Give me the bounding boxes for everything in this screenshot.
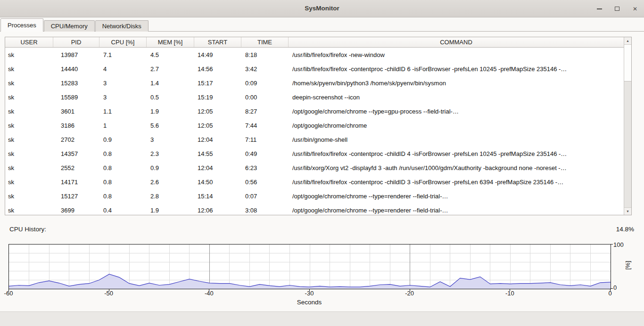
table-row[interactable]: sk1558930.515:190:00deepin-screenshot --…	[5, 90, 624, 104]
cell-pid: 3699	[53, 207, 99, 214]
maximize-button[interactable]	[614, 6, 620, 12]
table-row[interactable]: sk27020.9312:047:11/usr/bin/gnome-shell	[5, 132, 624, 147]
scrollbar-handle[interactable]	[624, 45, 631, 82]
table-row[interactable]: sk139877.14.514:498:18/usr/lib/firefox/f…	[5, 48, 624, 62]
cell-user: sk	[5, 136, 53, 143]
minimize-button[interactable]	[596, 6, 603, 12]
cell-user: sk	[5, 193, 53, 200]
y-axis-min-label: 0	[613, 284, 617, 291]
table-row[interactable]: sk141710.82.614:500:56/usr/lib/firefox/f…	[5, 175, 624, 189]
cell-command: /usr/lib/firefox/firefox -new-window	[289, 51, 624, 58]
close-button[interactable]: ✕	[632, 6, 638, 12]
column-header-cpu[interactable]: CPU [%]	[99, 37, 147, 47]
cell-cpu: 3	[99, 80, 147, 87]
cell-mem: 2.6	[147, 179, 194, 186]
cell-start: 15:17	[194, 80, 241, 87]
cell-user: sk	[5, 80, 53, 87]
cell-time: 0:07	[241, 193, 289, 200]
cell-cpu: 7.1	[99, 51, 147, 58]
column-header-pid[interactable]: PID	[53, 37, 99, 47]
cpu-history-plot	[8, 244, 611, 289]
cell-start: 12:04	[194, 164, 241, 171]
table-row[interactable]: sk143570.82.314:550:49/usr/lib/firefox/f…	[5, 147, 624, 161]
cell-cpu: 0.4	[99, 207, 147, 214]
column-header-start[interactable]: START	[194, 37, 241, 47]
table-row[interactable]: sk36011.11.912:058:27/opt/google/chrome/…	[5, 104, 624, 118]
tab-bar: Processes CPU/Memory Network/Disks	[0, 18, 149, 32]
tab-processes[interactable]: Processes	[0, 18, 43, 32]
cell-time: 8:27	[241, 108, 289, 115]
titlebar: SysMonitor ✕	[0, 0, 644, 17]
cell-command: /usr/lib/firefox/firefox -contentproc -c…	[289, 150, 624, 157]
cell-pid: 2702	[53, 136, 99, 143]
x-tick-label: -20	[401, 290, 418, 297]
cpu-history-chart	[9, 244, 611, 289]
cell-user: sk	[5, 179, 53, 186]
cell-mem: 2.7	[147, 65, 194, 73]
cell-cpu: 0.8	[99, 179, 147, 186]
cell-command: /home/sk/pyenv/bin/python3 /home/sk/pyen…	[289, 80, 624, 87]
cell-cpu: 0.8	[99, 164, 147, 171]
x-tick-label: -40	[200, 290, 217, 297]
table-row[interactable]: sk1528331.415:170:09/home/sk/pyenv/bin/p…	[5, 76, 624, 90]
column-header-command[interactable]: COMMAND	[289, 37, 624, 47]
column-header-mem[interactable]: MEM [%]	[147, 37, 194, 47]
cell-mem: 0.5	[147, 94, 194, 101]
cell-time: 8:18	[241, 51, 289, 58]
close-icon: ✕	[633, 6, 637, 12]
cell-pid: 14440	[53, 65, 99, 73]
cell-mem: 1.9	[147, 108, 194, 115]
scroll-down-button[interactable]: ▼	[624, 207, 631, 215]
cell-cpu: 1	[99, 122, 147, 129]
cell-time: 3:08	[241, 207, 289, 214]
cell-time: 0:00	[241, 94, 289, 101]
cell-mem: 1.4	[147, 80, 194, 87]
cell-time: 7:44	[241, 122, 289, 129]
cell-start: 14:49	[194, 51, 241, 58]
cell-user: sk	[5, 94, 53, 101]
tab-cpu-memory[interactable]: CPU/Memory	[44, 20, 95, 32]
cell-user: sk	[5, 164, 53, 171]
process-table-main: USER PID CPU [%] MEM [%] START TIME COMM…	[5, 37, 624, 215]
cell-user: sk	[5, 65, 53, 73]
cpu-history-label: CPU History:	[9, 226, 46, 233]
cell-start: 14:50	[194, 179, 241, 186]
column-header-time[interactable]: TIME	[241, 37, 289, 47]
y-tick-100	[611, 244, 613, 244]
window-title: SysMonitor	[0, 0, 644, 17]
arrow-up-icon: ▲	[626, 39, 629, 42]
vertical-scrollbar[interactable]: ▲ ▼	[624, 37, 631, 215]
x-tick-label: -10	[501, 290, 518, 297]
minimize-icon	[597, 8, 602, 9]
scroll-up-button[interactable]: ▲	[624, 37, 631, 45]
y-tick-0	[611, 288, 613, 289]
x-tick-label: -50	[100, 290, 117, 297]
cell-start: 14:56	[194, 65, 241, 73]
table-row[interactable]: sk25520.80.912:046:23/usr/lib/xorg/Xorg …	[5, 161, 624, 175]
cell-start: 14:55	[194, 150, 241, 157]
table-row[interactable]: sk151270.82.815:140:07/opt/google/chrome…	[5, 189, 624, 203]
cell-mem: 2.3	[147, 150, 194, 157]
cell-cpu: 3	[99, 94, 147, 101]
cell-pid: 15589	[53, 94, 99, 101]
column-header-user[interactable]: USER	[5, 37, 53, 47]
cell-pid: 14171	[53, 179, 99, 186]
arrow-down-icon: ▼	[626, 210, 629, 213]
y-axis-max-label: 100	[613, 241, 624, 248]
cell-pid: 13987	[53, 51, 99, 58]
cell-start: 12:06	[194, 207, 241, 214]
bottom-strip	[0, 311, 644, 326]
table-row[interactable]: sk36990.41.912:063:08/opt/google/chrome/…	[5, 203, 624, 215]
table-row[interactable]: sk318615.612:057:44/opt/google/chrome/ch…	[5, 118, 624, 132]
cell-start: 15:14	[194, 193, 241, 200]
cell-pid: 3601	[53, 108, 99, 115]
tab-network-disks[interactable]: Network/Disks	[95, 20, 149, 32]
cell-time: 7:11	[241, 136, 289, 143]
cell-cpu: 0.8	[99, 193, 147, 200]
cell-pid: 3186	[53, 122, 99, 129]
table-row[interactable]: sk1444042.714:563:42/usr/lib/firefox/fir…	[5, 62, 624, 76]
cell-user: sk	[5, 122, 53, 129]
cell-time: 6:23	[241, 164, 289, 171]
cell-mem: 3	[147, 136, 194, 143]
scrollbar-track[interactable]	[624, 45, 631, 207]
